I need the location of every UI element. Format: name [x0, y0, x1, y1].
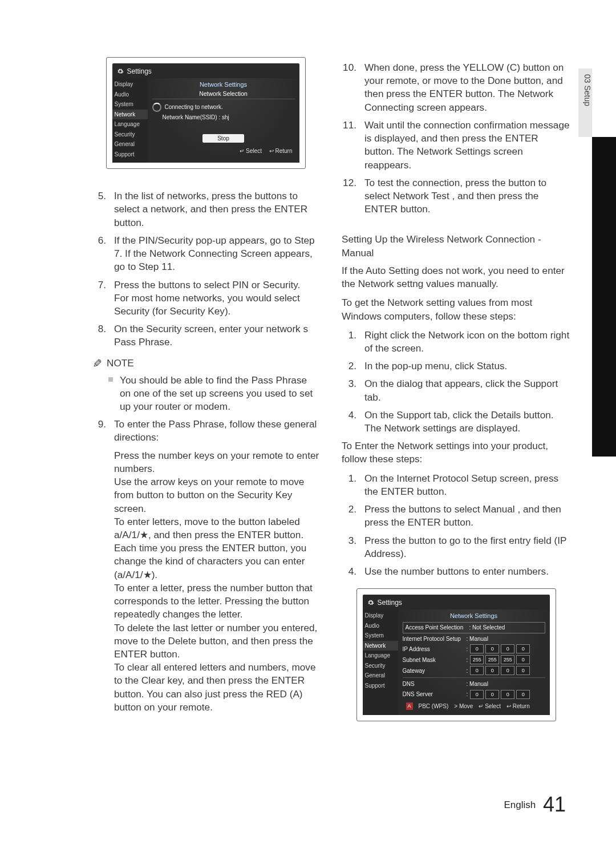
ip-octet[interactable]: 0 [501, 644, 514, 653]
step-number: 10. [342, 61, 356, 114]
step-text: On the Security screen, enter your netwo… [114, 322, 320, 349]
sidebar-item-active: Network [112, 110, 148, 120]
step-text: To enter the Pass Phrase, follow these g… [114, 418, 320, 444]
step-text: Right click the Network icon on the bott… [364, 329, 570, 355]
sidebar-item: Security [363, 661, 398, 671]
step-text: On the Support tab, click the Details bu… [364, 409, 570, 435]
ip-octet[interactable]: 255 [485, 655, 499, 664]
note-label: NOTE [107, 357, 134, 370]
sidebar-item: System [112, 99, 148, 110]
step-number: 11. [342, 119, 356, 172]
figure2-title: Settings [378, 598, 402, 607]
step-text: In the list of networks, press the butto… [114, 189, 320, 229]
sidebar-item: Security [112, 130, 148, 140]
right-column: 10.When done, press the YELLOW (C) butto… [342, 57, 576, 742]
paragraph: To get the Network setting values from m… [342, 296, 570, 322]
ips-label: Internet Protocol Setup [403, 635, 464, 643]
sidebar-item: Language [363, 651, 398, 661]
sidebar-item-active: Network [363, 641, 398, 651]
sidebar-item: Audio [363, 621, 398, 631]
ip-row-label: Gateway [403, 667, 464, 675]
ip-octet[interactable]: 0 [516, 666, 530, 675]
footer-select: ↵ Select [240, 148, 262, 154]
gear-icon [367, 599, 374, 606]
step-number: 1. [342, 472, 356, 498]
ip-row-label: Subnet Mask [403, 656, 464, 664]
ip-octet[interactable]: 255 [470, 655, 484, 664]
step-text: Press the button to go to the ﬁrst entry… [364, 534, 570, 560]
sidebar-item: Audio [112, 90, 148, 100]
bullet-icon [108, 377, 113, 382]
step-number: 2. [342, 360, 356, 373]
step-text: If the PIN/Security pop-up appears, go t… [114, 234, 320, 274]
spinner-icon [152, 103, 161, 112]
ips-value: : Manual [467, 635, 488, 643]
left-column: Settings Display Audio System Network La… [91, 57, 320, 742]
section-heading: Setting Up the Wireless Network Connecti… [342, 233, 570, 259]
ip-octet[interactable]: 0 [516, 655, 530, 664]
ip-octet[interactable]: 0 [470, 644, 484, 653]
page-number: English 41 [504, 793, 566, 817]
figure-network-selection: Settings Display Audio System Network La… [106, 57, 306, 169]
sidebar-item: Display [112, 79, 148, 90]
sidebar-item: General [363, 671, 398, 681]
note-icon: ✎ [92, 356, 102, 371]
step-number: 5. [91, 189, 106, 229]
footer-return: ↩ Return [506, 702, 530, 710]
step-text: To test the connection, press the button… [364, 176, 570, 216]
stop-button[interactable]: Stop [202, 134, 244, 143]
ip-octet[interactable]: 255 [501, 655, 514, 664]
sidebar-item: Display [363, 611, 398, 621]
dns-value: : Manual [467, 680, 488, 688]
page: Settings Display Audio System Network La… [0, 0, 616, 844]
ip-octet[interactable]: 0 [501, 690, 514, 699]
step-text: Wait until the connection conﬁrmation me… [364, 119, 570, 172]
page-num: 41 [543, 793, 566, 816]
sidebar-item: Support [112, 150, 148, 160]
ip-octet[interactable]: 0 [516, 690, 530, 699]
sidebar-item: System [363, 631, 398, 641]
ap-value: : Not Selected [469, 624, 505, 632]
step-text: In the pop-up menu, click Status. [364, 360, 570, 373]
dns-server-label: DNS Server [403, 690, 464, 698]
step-number: 1. [342, 329, 356, 355]
step-number: 2. [342, 503, 356, 529]
step-number: 12. [342, 176, 356, 216]
ip-octet[interactable]: 0 [485, 690, 499, 699]
ip-octet[interactable]: 0 [501, 666, 514, 675]
edge-tab [592, 137, 616, 457]
footer-select: ↵ Select [479, 702, 501, 710]
sidebar-item: Language [112, 119, 148, 130]
paragraph: To Enter the Network settings into your … [342, 439, 570, 466]
panel-subtitle: Network Selection [152, 90, 295, 99]
figure1-title: Settings [127, 67, 152, 76]
ip-octet[interactable]: 0 [485, 666, 499, 675]
dns-label: DNS [403, 680, 464, 688]
step-text: On the Internet Protocol Setup screen, p… [364, 472, 570, 498]
ap-label: Access Point Selection [406, 624, 467, 632]
step-number: 3. [342, 377, 356, 403]
footer-move: > Move [454, 702, 473, 710]
step-text: When done, press the YELLOW (C) button o… [364, 61, 570, 114]
figure2-sidebar: Display Audio System Network Language Se… [363, 609, 398, 715]
step-text: On the dialog that appears, click the Su… [364, 377, 570, 403]
step9-body: Press the number keys on your remote to … [114, 449, 320, 714]
ip-row-label: IP Address [403, 645, 464, 653]
ip-octet[interactable]: 0 [470, 666, 484, 675]
step-number: 8. [91, 322, 106, 349]
note-text: You should be able to ﬁnd the Pass Phras… [120, 374, 320, 414]
sidebar-item: Support [363, 681, 398, 691]
step-number: 4. [342, 409, 356, 435]
step-number: 7. [91, 278, 106, 318]
step-text: Press the buttons to select PIN or Secur… [114, 278, 320, 318]
paragraph: If the Auto Setting does not work, you n… [342, 264, 570, 290]
a-button-icon: A [406, 702, 413, 710]
page-lang: English [504, 799, 536, 810]
step-number: 3. [342, 534, 356, 560]
chapter-tab: 03 Setup [578, 68, 592, 137]
ip-octet[interactable]: 0 [470, 690, 484, 699]
ip-octet[interactable]: 0 [516, 644, 530, 653]
ip-octet[interactable]: 0 [485, 644, 499, 653]
step-number: 4. [342, 565, 356, 578]
ssid-text: Network Name(SSID) : shj [163, 114, 229, 122]
